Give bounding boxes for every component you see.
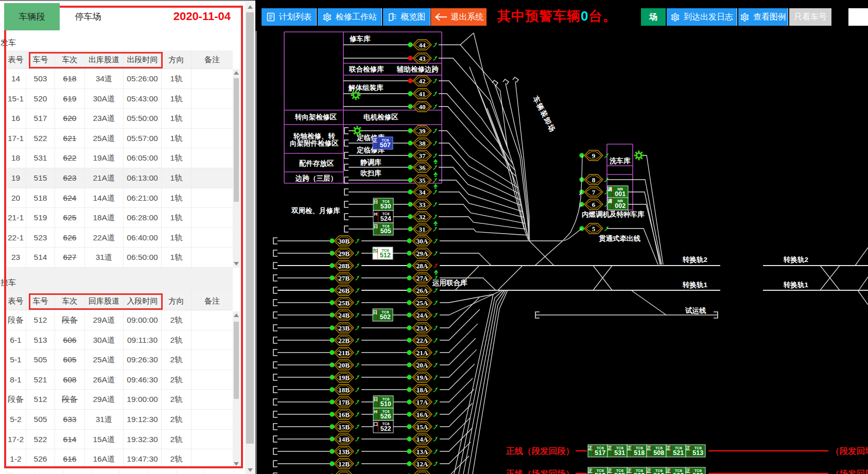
svg-text:510: 510 — [380, 400, 391, 408]
svg-text:正: 正 — [607, 468, 612, 473]
svg-text:H: H — [374, 212, 378, 217]
svg-text:日: 日 — [373, 310, 377, 315]
svg-text:调: 调 — [607, 199, 612, 204]
svg-text:518: 518 — [634, 449, 645, 457]
svg-text:9: 9 — [592, 152, 596, 160]
svg-text:H: H — [374, 409, 378, 414]
svg-text:（场发回段: （场发回段 — [831, 469, 868, 474]
svg-text:辅助检修边跨: 辅助检修边跨 — [396, 65, 439, 73]
svg-text:内燃调机及特种车库: 内燃调机及特种车库 — [582, 210, 645, 218]
svg-text:530: 530 — [380, 203, 391, 210]
svg-text:37: 37 — [419, 152, 426, 160]
svg-text:正: 正 — [646, 446, 651, 451]
svg-text:正: 正 — [372, 138, 377, 143]
svg-text:36: 36 — [419, 164, 426, 171]
svg-text:7: 7 — [592, 188, 596, 196]
svg-text:524: 524 — [380, 215, 391, 222]
svg-text:11A: 11A — [416, 472, 428, 474]
svg-text:25A: 25A — [416, 299, 428, 307]
svg-text:33: 33 — [419, 201, 426, 208]
svg-text:11B: 11B — [339, 472, 350, 474]
svg-text:40: 40 — [419, 103, 426, 111]
svg-text:正: 正 — [666, 446, 671, 451]
svg-text:边跨（三层）: 边跨（三层） — [295, 174, 337, 182]
svg-text:轮轴检修、转: 轮轴检修、转 — [293, 132, 336, 140]
svg-text:洗车库: 洗车库 — [609, 157, 631, 165]
svg-text:正: 正 — [685, 446, 690, 451]
svg-text:29A: 29A — [416, 250, 428, 257]
svg-text:505: 505 — [614, 472, 625, 474]
svg-text:16B: 16B — [338, 411, 350, 418]
svg-text:31: 31 — [419, 225, 426, 233]
svg-text:23B: 23B — [338, 324, 350, 332]
svg-text:24A: 24A — [416, 311, 428, 319]
svg-text:转换轨1: 转换轨1 — [682, 281, 708, 289]
svg-text:19A: 19A — [416, 374, 428, 381]
svg-text:车辆装卸场: 车辆装卸场 — [531, 94, 557, 133]
svg-text:15B: 15B — [338, 423, 350, 431]
svg-text:510: 510 — [653, 472, 664, 474]
svg-text:正: 正 — [587, 446, 593, 451]
svg-text:正线（段发回段）: 正线（段发回段） — [506, 446, 574, 456]
svg-text:20B: 20B — [338, 361, 350, 369]
svg-text:522: 522 — [692, 472, 703, 474]
svg-text:12A: 12A — [416, 460, 428, 468]
svg-text:试运线: 试运线 — [685, 307, 706, 314]
svg-text:17A: 17A — [416, 398, 428, 406]
svg-text:正: 正 — [666, 468, 671, 473]
svg-text:13A: 13A — [416, 448, 428, 455]
svg-text:38: 38 — [419, 139, 426, 147]
svg-text:26A: 26A — [416, 287, 428, 294]
svg-text:正: 正 — [646, 468, 651, 473]
svg-text:43: 43 — [419, 55, 426, 62]
svg-text:21B: 21B — [338, 349, 350, 357]
svg-text:转换轨2: 转换轨2 — [682, 256, 707, 264]
svg-text:30B: 30B — [338, 237, 350, 245]
svg-text:正: 正 — [627, 468, 632, 473]
svg-text:15A: 15A — [416, 423, 428, 431]
svg-text:13B: 13B — [338, 448, 350, 455]
svg-text:贯通式牵出线: 贯通式牵出线 — [598, 235, 641, 242]
svg-text:18A: 18A — [416, 386, 428, 394]
svg-text:526: 526 — [673, 472, 684, 474]
svg-text:34: 34 — [419, 188, 426, 196]
svg-text:向架附件检修区: 向架附件检修区 — [290, 139, 339, 147]
svg-text:531: 531 — [614, 449, 625, 457]
svg-text:转向架检修区: 转向架检修区 — [294, 113, 337, 121]
svg-text:14A: 14A — [416, 435, 428, 443]
svg-text:正: 正 — [685, 468, 690, 473]
svg-text:26B: 26B — [338, 287, 350, 294]
svg-text:32: 32 — [419, 213, 426, 221]
svg-text:521: 521 — [673, 449, 684, 457]
svg-text:513: 513 — [692, 449, 703, 457]
svg-text:517: 517 — [595, 449, 605, 457]
svg-text:12B: 12B — [338, 460, 350, 468]
svg-text:17B: 17B — [338, 398, 350, 406]
svg-text:21A: 21A — [416, 349, 428, 357]
svg-text:正: 正 — [587, 468, 593, 473]
svg-text:502: 502 — [380, 313, 391, 321]
svg-text:日: 日 — [373, 199, 378, 204]
svg-text:16A: 16A — [416, 411, 428, 418]
svg-text:23A: 23A — [416, 324, 428, 332]
svg-text:静调库: 静调库 — [360, 159, 381, 166]
svg-text:30A: 30A — [416, 237, 428, 245]
svg-text:35: 35 — [419, 177, 426, 184]
svg-text:20A: 20A — [416, 361, 428, 369]
svg-text:双周检、月修库: 双周检、月修库 — [291, 207, 340, 215]
svg-text:转换轨1: 转换轨1 — [783, 281, 809, 289]
svg-text:27B: 27B — [338, 274, 350, 282]
svg-text:正: 正 — [607, 446, 612, 451]
svg-text:19B: 19B — [338, 374, 350, 381]
svg-text:522: 522 — [380, 425, 391, 432]
svg-text:25B: 25B — [338, 299, 350, 307]
svg-text:27A: 27A — [416, 274, 428, 282]
svg-text:001: 001 — [615, 190, 626, 198]
svg-text:（段发回场: （段发回场 — [831, 446, 868, 456]
svg-text:扣: 扣 — [372, 248, 377, 253]
svg-text:507: 507 — [380, 142, 391, 149]
svg-text:转换轨2: 转换轨2 — [783, 256, 808, 264]
svg-text:配件存放区: 配件存放区 — [299, 160, 334, 168]
svg-text:18B: 18B — [338, 386, 350, 394]
svg-text:8: 8 — [592, 176, 596, 184]
